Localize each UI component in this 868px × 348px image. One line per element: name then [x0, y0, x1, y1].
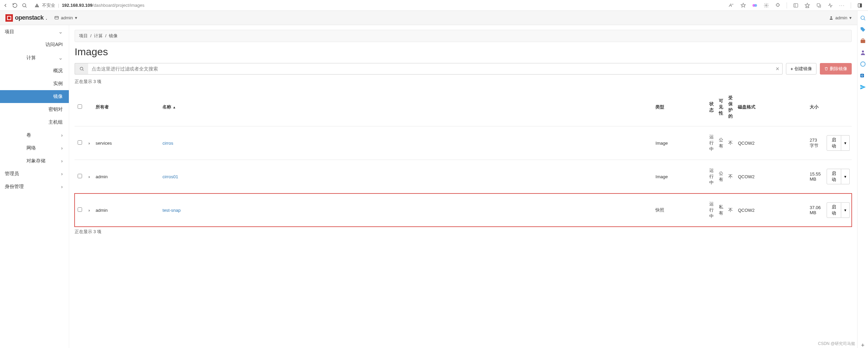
row-checkbox[interactable]	[78, 140, 82, 145]
crumb-current: 镜像	[109, 33, 118, 38]
split-screen-icon[interactable]	[857, 3, 863, 8]
sidebar-item-images[interactable]: 镜像	[0, 90, 69, 103]
sidebar-item-instances[interactable]: 实例	[0, 77, 69, 90]
crumb-project[interactable]: 项目	[79, 33, 88, 38]
caret-down-icon: ▾	[849, 15, 852, 20]
cell-size: 37.06 MB	[808, 193, 825, 227]
cell-protected: 不	[726, 126, 736, 160]
crumb-compute[interactable]: 计算	[94, 33, 103, 38]
openstack-logo-icon	[5, 14, 13, 22]
cell-type: Image	[653, 126, 707, 160]
back-icon[interactable]	[3, 3, 8, 8]
browser-toolbar: 不安全 | 192.168.93.109/dashboard/project/i…	[0, 0, 868, 11]
row-expand[interactable]: ›	[85, 126, 94, 160]
edge-briefcase-icon[interactable]	[860, 38, 866, 44]
trash-icon	[824, 67, 828, 71]
launch-dropdown[interactable]: ▼	[841, 202, 850, 218]
col-protected[interactable]: 受保护的	[726, 88, 736, 126]
launch-dropdown[interactable]: ▼	[841, 135, 850, 151]
edge-send-icon[interactable]	[860, 84, 866, 90]
settings-ext-icon[interactable]	[764, 3, 769, 8]
row-expand[interactable]: ›	[85, 193, 94, 227]
edge-add-icon[interactable]: +	[860, 342, 866, 348]
sidebar: 项目⌄ 访问API 计算⌄ 概况 实例 镜像 密钥对 主机组 卷› 网络› 对象…	[0, 25, 69, 348]
delete-image-button[interactable]: 删除镜像	[820, 63, 852, 75]
search-icon	[79, 66, 84, 71]
cell-name-link[interactable]: cirros	[162, 141, 173, 146]
launch-button[interactable]: 启动	[827, 202, 841, 218]
sidebar-item-identity[interactable]: 身份管理›	[0, 180, 69, 193]
cell-visibility: 私有	[717, 193, 726, 227]
create-image-button[interactable]: + 创建镜像	[786, 63, 816, 75]
table-row: ›admintest-snap快照运行中私有不QCOW237.06 MB启动▼	[75, 193, 852, 227]
sidebar-item-project[interactable]: 项目⌄	[0, 25, 69, 38]
col-visibility[interactable]: 可见性	[717, 88, 726, 126]
close-icon: ×	[776, 65, 780, 73]
col-diskformat[interactable]: 磁盘格式	[736, 88, 808, 126]
col-owner[interactable]: 所有者	[94, 88, 160, 126]
edge-tag-icon[interactable]	[860, 26, 866, 33]
sidebar-item-volumes[interactable]: 卷›	[0, 129, 69, 142]
cell-visibility: 公有	[717, 126, 726, 160]
col-name[interactable]: 名称 ▲	[160, 88, 234, 126]
sidebar-item-objectstore[interactable]: 对象存储›	[0, 155, 69, 167]
cell-size: 15.55 MB	[808, 160, 825, 193]
svg-text:O: O	[861, 74, 863, 77]
performance-icon[interactable]	[828, 3, 833, 8]
row-checkbox[interactable]	[78, 174, 82, 178]
sidebar-toggle-icon[interactable]	[793, 3, 798, 8]
edge-search-icon[interactable]	[860, 15, 866, 21]
sidebar-item-admin[interactable]: 管理员›	[0, 167, 69, 180]
chevron-right-icon: ›	[61, 132, 63, 138]
chevron-right-icon: ›	[88, 208, 90, 213]
insecure-text: 不安全	[42, 2, 55, 8]
search-input[interactable]	[88, 63, 772, 75]
search-nav-icon[interactable]	[22, 3, 27, 8]
favorite-icon[interactable]	[741, 3, 746, 8]
refresh-icon[interactable]	[12, 3, 18, 8]
row-expand[interactable]: ›	[85, 160, 94, 193]
col-type[interactable]: 类型	[653, 88, 707, 126]
address-bar[interactable]: 不安全 | 192.168.93.109/dashboard/project/i…	[31, 1, 725, 9]
user-icon	[829, 16, 833, 20]
launch-dropdown[interactable]: ▼	[841, 169, 850, 184]
select-all-checkbox[interactable]	[78, 104, 82, 109]
domain-label: admin	[61, 15, 73, 20]
svg-point-8	[861, 16, 865, 20]
cell-name-link[interactable]: cirros01	[162, 174, 178, 179]
search-clear[interactable]: ×	[772, 63, 783, 75]
favorites-list-icon[interactable]	[805, 3, 810, 8]
extensions-icon[interactable]	[775, 3, 781, 8]
edge-outlook-icon[interactable]: O	[860, 73, 866, 79]
search-button[interactable]	[75, 63, 88, 75]
read-aloud-icon[interactable]: A»	[729, 3, 734, 8]
svg-rect-4	[794, 3, 798, 7]
col-status[interactable]: 状态	[707, 88, 717, 126]
sidebar-item-api[interactable]: 访问API	[0, 38, 69, 51]
col-size[interactable]: 大小	[808, 88, 825, 126]
user-selector[interactable]: admin ▾	[829, 15, 852, 20]
chevron-right-icon: ›	[88, 141, 90, 146]
launch-button[interactable]: 启动	[827, 169, 841, 184]
url-path: /dashboard/project/images	[93, 3, 144, 8]
cell-name-link[interactable]: test-snap	[162, 208, 180, 213]
sidebar-item-network[interactable]: 网络›	[0, 142, 69, 155]
sidebar-item-hostgroups[interactable]: 主机组	[0, 116, 69, 129]
brain-ext-icon[interactable]	[752, 3, 757, 8]
edge-person-icon[interactable]	[860, 49, 866, 56]
collections-icon[interactable]	[816, 3, 822, 8]
more-icon[interactable]: ···	[839, 3, 845, 8]
brand[interactable]: openstack.	[5, 14, 47, 22]
sidebar-item-overview[interactable]: 概况	[0, 64, 69, 77]
domain-selector[interactable]: admin ▾	[54, 15, 77, 20]
edge-sidebar: O +	[857, 11, 868, 348]
main-content: 项目 / 计算 / 镜像 Images × + 创建镜像	[69, 25, 857, 348]
launch-button[interactable]: 启动	[827, 135, 841, 151]
sidebar-item-keypairs[interactable]: 密钥对	[0, 103, 69, 116]
row-count-bottom: 正在显示 3 项	[75, 229, 852, 235]
edge-copilot-icon[interactable]	[860, 61, 866, 67]
row-checkbox[interactable]	[78, 207, 82, 212]
svg-rect-5	[817, 3, 820, 6]
sidebar-item-compute[interactable]: 计算⌄	[0, 51, 69, 64]
chevron-down-icon: ⌄	[58, 55, 63, 61]
